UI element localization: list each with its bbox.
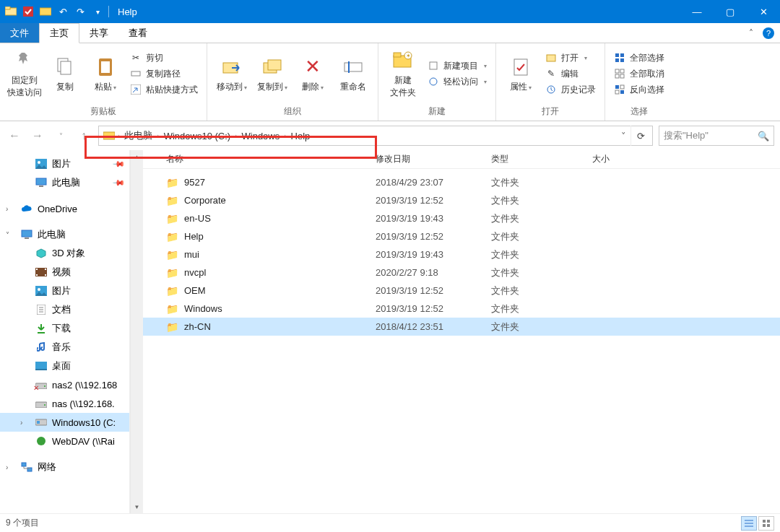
sidebar-item[interactable]: ˅此电脑 bbox=[0, 225, 129, 244]
cube-icon bbox=[35, 248, 48, 258]
cut-button[interactable]: ✂剪切 bbox=[127, 51, 201, 65]
file-rows: 📁9527 2018/4/29 23:07 文件夹 📁Corporate 201… bbox=[143, 169, 780, 513]
properties-button[interactable]: 属性▾ bbox=[502, 53, 540, 95]
tab-file[interactable]: 文件 bbox=[0, 23, 39, 43]
expander-icon[interactable]: › bbox=[20, 419, 22, 427]
history-button[interactable]: 历史记录 bbox=[542, 83, 599, 97]
tab-view[interactable]: 查看 bbox=[118, 23, 157, 43]
sidebar-item[interactable]: 图片 bbox=[0, 282, 129, 300]
sidebar-item-label: 视频 bbox=[52, 266, 71, 279]
breadcrumb-item[interactable]: 此电脑 bbox=[120, 129, 157, 142]
up-button[interactable]: ↑ bbox=[75, 127, 92, 144]
sidebar-item-label: WebDAV (\\Rai bbox=[52, 436, 115, 447]
invert-selection-button[interactable]: 反向选择 bbox=[611, 83, 667, 97]
file-row[interactable]: 📁mui 2019/3/19 19:43 文件夹 bbox=[143, 245, 780, 263]
view-icons-button[interactable] bbox=[758, 516, 774, 531]
sidebar-scrollbar[interactable]: ▲ ▼ bbox=[130, 150, 143, 513]
sidebar[interactable]: 图片📌此电脑📌›OneDrive˅此电脑3D 对象视频图片文档下载音乐桌面✕na… bbox=[0, 150, 130, 513]
svg-rect-35 bbox=[620, 90, 624, 94]
select-all-icon bbox=[614, 52, 625, 64]
svg-rect-8 bbox=[131, 71, 140, 76]
file-row[interactable]: 📁en-US 2019/3/19 19:43 文件夹 bbox=[143, 209, 780, 227]
sidebar-item[interactable]: ›Windows10 (C: bbox=[0, 413, 129, 432]
column-header-name[interactable]: 名称˄ bbox=[160, 153, 370, 165]
close-button[interactable]: ✕ bbox=[747, 0, 780, 23]
new-item-button[interactable]: 新建项目▾ bbox=[425, 59, 490, 73]
qat-undo-icon[interactable]: ↶ bbox=[55, 4, 71, 19]
scroll-up-button[interactable]: ▲ bbox=[131, 150, 143, 163]
copy-to-button[interactable]: 复制到▾ bbox=[254, 53, 291, 95]
paste-button[interactable]: 粘贴▾ bbox=[87, 53, 124, 95]
search-input[interactable]: 搜索"Help" 🔍 bbox=[659, 126, 774, 146]
qat-checkbox-icon[interactable] bbox=[20, 4, 36, 19]
qat-folder-icon[interactable] bbox=[38, 4, 53, 19]
rename-button[interactable]: 重命名 bbox=[334, 53, 372, 95]
collapse-ribbon-button[interactable]: ˄ bbox=[744, 28, 758, 38]
open-button[interactable]: 打开▾ bbox=[542, 51, 599, 65]
easy-access-button[interactable]: 轻松访问▾ bbox=[425, 75, 490, 89]
sidebar-item[interactable]: ✕nas2 (\\192.168 bbox=[0, 375, 129, 394]
sidebar-item[interactable]: 3D 对象 bbox=[0, 244, 129, 263]
sidebar-item[interactable]: 文档 bbox=[0, 300, 129, 319]
sidebar-item[interactable]: 下载 bbox=[0, 319, 129, 338]
breadcrumb[interactable]: › 此电脑 › Windows10 (C:) › Windows › Help … bbox=[98, 126, 653, 146]
breadcrumb-item[interactable]: Windows10 (C:) bbox=[160, 131, 235, 141]
file-row[interactable]: 📁Windows 2019/3/19 12:52 文件夹 bbox=[143, 300, 780, 318]
edit-button[interactable]: ✎编辑 bbox=[542, 67, 599, 81]
new-folder-button[interactable]: ✶ 新建 文件夹 bbox=[384, 47, 422, 100]
column-header-size[interactable]: 大小 bbox=[586, 153, 659, 165]
back-button[interactable]: ← bbox=[6, 127, 23, 144]
sidebar-item[interactable]: WebDAV (\\Rai bbox=[0, 432, 129, 450]
svg-point-38 bbox=[38, 161, 40, 164]
paste-shortcut-button[interactable]: 粘贴快捷方式 bbox=[127, 83, 201, 97]
qat-redo-icon[interactable]: ↷ bbox=[72, 4, 88, 19]
tab-share[interactable]: 共享 bbox=[79, 23, 118, 43]
file-row[interactable]: 📁Corporate 2019/3/19 12:52 文件夹 bbox=[143, 191, 780, 209]
delete-button[interactable]: ✕ 删除▾ bbox=[294, 53, 332, 95]
scroll-down-button[interactable]: ▼ bbox=[131, 500, 143, 513]
pin-to-quick-access-button[interactable]: 固定到 快速访问 bbox=[6, 47, 43, 100]
refresh-button[interactable]: ⟳ bbox=[630, 126, 651, 146]
video-icon bbox=[35, 268, 48, 276]
sidebar-item[interactable]: 桌面 bbox=[0, 357, 129, 375]
qat-dropdown-icon[interactable]: ▾ bbox=[90, 4, 105, 19]
maximize-button[interactable]: ▢ bbox=[714, 0, 747, 23]
breadcrumb-item[interactable]: Help bbox=[287, 131, 315, 141]
file-row[interactable]: 📁Help 2019/3/19 12:52 文件夹 bbox=[143, 227, 780, 245]
sidebar-item-label: 网络 bbox=[38, 461, 56, 474]
copy-path-button[interactable]: 复制路径 bbox=[127, 67, 201, 81]
svg-rect-69 bbox=[763, 520, 766, 523]
sidebar-item[interactable]: nas (\\192.168. bbox=[0, 394, 129, 413]
sidebar-item[interactable]: 此电脑📌 bbox=[0, 173, 129, 192]
select-none-button[interactable]: 全部取消 bbox=[611, 67, 667, 81]
sidebar-item[interactable]: 视频 bbox=[0, 263, 129, 282]
file-row[interactable]: 📁9527 2018/4/29 23:07 文件夹 bbox=[143, 173, 780, 191]
copy-button[interactable]: 复制 bbox=[46, 53, 84, 95]
tab-home[interactable]: 主页 bbox=[39, 23, 79, 43]
forward-button[interactable]: → bbox=[29, 127, 46, 144]
breadcrumb-item[interactable]: Windows bbox=[238, 131, 285, 141]
file-date: 2018/4/29 23:07 bbox=[370, 177, 485, 188]
file-row[interactable]: 📁zh-CN 2018/4/12 23:51 文件夹 bbox=[143, 318, 780, 336]
expander-icon[interactable]: › bbox=[6, 205, 8, 213]
sidebar-item[interactable]: 图片📌 bbox=[0, 154, 129, 173]
file-row[interactable]: 📁OEM 2019/3/19 12:52 文件夹 bbox=[143, 282, 780, 300]
sidebar-item[interactable]: ›OneDrive bbox=[0, 199, 129, 218]
sidebar-item[interactable]: 音乐 bbox=[0, 338, 129, 357]
select-all-button[interactable]: 全部选择 bbox=[611, 51, 667, 65]
breadcrumb-dropdown-button[interactable]: ˅ bbox=[616, 131, 630, 141]
minimize-button[interactable]: — bbox=[680, 0, 714, 23]
file-row[interactable]: 📁nvcpl 2020/2/27 9:18 文件夹 bbox=[143, 263, 780, 282]
help-button[interactable]: ? bbox=[763, 27, 774, 39]
svg-point-49 bbox=[38, 288, 40, 291]
svg-rect-55 bbox=[35, 362, 47, 369]
view-details-button[interactable] bbox=[741, 516, 757, 531]
column-header-date[interactable]: 修改日期 bbox=[370, 153, 485, 165]
expander-icon[interactable]: ˅ bbox=[6, 231, 9, 239]
svg-rect-44 bbox=[36, 269, 38, 270]
recent-locations-button[interactable]: ˅ bbox=[52, 127, 69, 144]
column-header-type[interactable]: 类型 bbox=[485, 153, 586, 165]
sidebar-item[interactable]: ›网络 bbox=[0, 458, 129, 476]
move-to-button[interactable]: 移动到▾ bbox=[213, 53, 251, 95]
expander-icon[interactable]: › bbox=[6, 463, 8, 471]
